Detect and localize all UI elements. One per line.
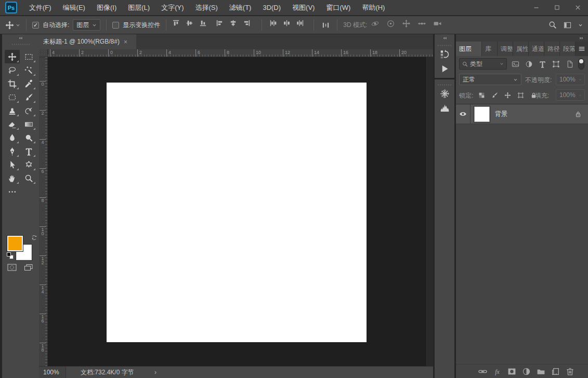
3d-slide-button[interactable] [417, 19, 429, 31]
show-transform-checkbox[interactable] [112, 22, 119, 29]
histogram-panel-button[interactable] [435, 101, 454, 115]
dist-left-button[interactable] [269, 19, 281, 31]
panel-tab-1[interactable]: 图层 [456, 42, 482, 56]
foreground-color-swatch[interactable] [7, 236, 23, 251]
eyedropper-tool[interactable] [21, 77, 36, 90]
quick-mask-button[interactable] [6, 263, 18, 272]
align-top-button[interactable] [172, 19, 184, 31]
panel-tab-4[interactable]: 属性 [513, 42, 529, 56]
history-brush-tool[interactable] [21, 104, 36, 117]
panel-tab-2[interactable]: 库 [482, 42, 498, 56]
blend-mode-dropdown[interactable]: 正常 [459, 74, 521, 85]
menu-item-11[interactable]: 帮助(H) [356, 0, 390, 16]
lock-position-button[interactable] [503, 90, 512, 100]
layer-filter-toggle[interactable] [578, 58, 584, 70]
workspace-switcher-icon[interactable] [563, 21, 572, 29]
navigator-panel-button[interactable] [435, 86, 454, 101]
minimize-button[interactable] [526, 0, 546, 16]
distribute-spacing-button[interactable] [320, 19, 331, 31]
tab-close-icon[interactable]: × [124, 38, 127, 46]
canvas[interactable] [107, 83, 367, 342]
dock-header[interactable] [435, 34, 454, 42]
dodge-tool[interactable] [21, 131, 36, 144]
tools-panel-header[interactable] [2, 34, 39, 42]
align-vcenter-button[interactable] [186, 19, 197, 31]
healing-patch-tool[interactable] [5, 90, 20, 104]
menu-item-6[interactable]: 选择(S) [189, 0, 223, 16]
delete-layer-button[interactable] [566, 367, 574, 376]
add-layer-mask-button[interactable] [507, 367, 516, 376]
crop-tool[interactable] [5, 77, 20, 90]
swap-colors-icon[interactable] [31, 234, 37, 240]
fill-field[interactable]: 100% [556, 89, 585, 101]
brush-tool[interactable] [21, 90, 36, 104]
move-tool[interactable] [5, 50, 20, 63]
3d-roll-button[interactable] [386, 19, 398, 31]
menu-item-3[interactable]: 图像(I) [91, 0, 122, 16]
vertical-ruler[interactable]: 024681 01 21 41 61 8 [39, 57, 48, 366]
dist-hcenter-button[interactable] [283, 19, 294, 31]
panel-tab-6[interactable]: 路径 [544, 42, 560, 56]
zoom-level-field[interactable]: 100% [39, 367, 66, 378]
link-layers-button[interactable] [478, 367, 487, 376]
tool-preset-picker[interactable] [5, 21, 20, 30]
menu-item-2[interactable]: 编辑(E) [57, 0, 91, 16]
filter-type-layers-button[interactable] [537, 58, 548, 70]
layer-style-button[interactable]: fx [493, 367, 502, 376]
3d-camera-button[interactable] [433, 19, 445, 31]
layer-filter-kind-dropdown[interactable]: 类型 [459, 58, 507, 70]
panel-grip[interactable] [12, 43, 30, 46]
vertical-scrollbar[interactable] [425, 57, 433, 366]
panel-tab-5[interactable]: 通道 [529, 42, 544, 56]
search-icon[interactable] [548, 21, 557, 29]
lasso-tool[interactable] [5, 63, 20, 77]
dist-right-button[interactable] [296, 19, 308, 31]
quick-selection-tool[interactable] [21, 63, 36, 77]
horizontal-ruler[interactable]: 4202468101214161820 [48, 49, 433, 57]
menu-item-7[interactable]: 滤镜(T) [224, 0, 257, 16]
filter-adjustment-layers-button[interactable] [523, 58, 534, 70]
zoom-tool[interactable] [21, 171, 36, 185]
filter-shape-layers-button[interactable] [550, 58, 561, 70]
layer-thumbnail[interactable] [474, 106, 490, 122]
gradient-tool[interactable] [21, 117, 36, 131]
align-bottom-button[interactable] [199, 19, 211, 31]
lock-transparent-pixels-button[interactable] [477, 90, 486, 100]
panel-tab-3[interactable]: 调整 [498, 42, 513, 56]
auto-select-target-dropdown[interactable]: 图层 [73, 19, 100, 31]
3d-orbit-button[interactable] [371, 19, 382, 31]
align-hcenter-button[interactable] [229, 19, 241, 31]
panel-tab-7[interactable]: 段落 [560, 42, 576, 56]
menu-item-4[interactable]: 图层(L) [122, 0, 155, 16]
auto-select-checkbox[interactable]: ✓ [32, 22, 39, 29]
document-tab[interactable]: 未标题-1 @ 100%(RGB/8#) × [39, 34, 136, 49]
menu-item-10[interactable]: 窗口(W) [320, 0, 356, 16]
layer-visibility-toggle[interactable] [456, 104, 471, 124]
layer-name[interactable]: 背景 [495, 110, 574, 118]
layer-row[interactable]: 背景 [456, 104, 588, 124]
new-adjustment-layer-button[interactable] [522, 367, 531, 376]
chevron-down-icon[interactable] [578, 23, 583, 28]
ruler-origin-corner[interactable] [39, 49, 48, 57]
actions-panel-button[interactable] [435, 61, 454, 76]
screen-mode-button[interactable] [23, 263, 34, 272]
custom-shape-tool[interactable] [21, 158, 36, 171]
panel-menu-button[interactable] [576, 42, 588, 56]
menu-item-1[interactable]: 文件(F) [23, 0, 57, 16]
menu-item-9[interactable]: 视图(V) [286, 0, 320, 16]
menu-item-5[interactable]: 文字(Y) [155, 0, 189, 16]
filter-pixel-layers-button[interactable] [509, 58, 521, 70]
filter-smart-objects-button[interactable] [564, 58, 575, 70]
opacity-field[interactable]: 100% [556, 74, 585, 85]
new-group-button[interactable] [537, 367, 545, 376]
align-left-button[interactable] [216, 19, 227, 31]
close-button[interactable] [567, 0, 588, 16]
new-layer-button[interactable] [551, 367, 560, 376]
lock-image-pixels-button[interactable] [490, 90, 499, 100]
status-expand-icon[interactable]: › [154, 367, 156, 378]
edit-toolbar-button[interactable] [5, 185, 20, 198]
layers-panel-header[interactable] [456, 34, 588, 42]
pen-tool[interactable] [5, 144, 20, 158]
menu-item-8[interactable]: 3D(D) [257, 0, 286, 16]
default-colors-icon[interactable] [7, 252, 14, 259]
